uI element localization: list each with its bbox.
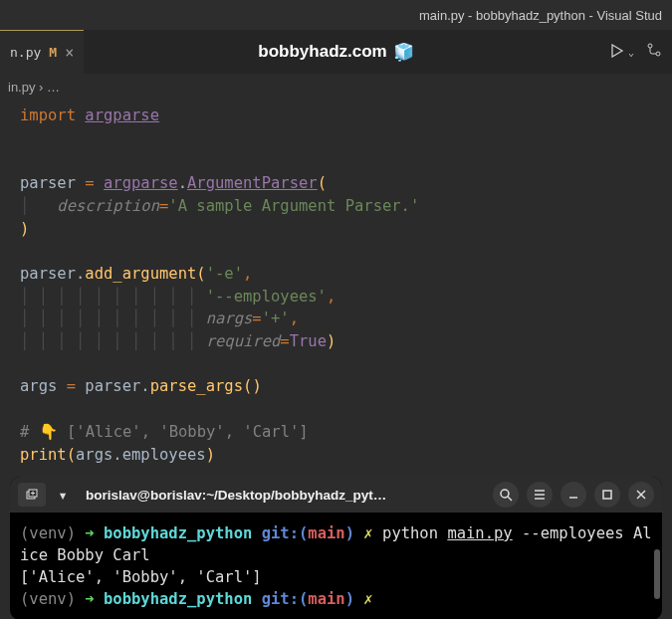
minimize-icon[interactable] xyxy=(560,482,586,508)
editor-actions: ⌄ xyxy=(610,42,662,62)
code-line: │ │ │ │ │ │ │ │ │ │ '--employees', xyxy=(20,286,652,309)
svg-point-1 xyxy=(648,44,652,48)
menu-icon[interactable] xyxy=(527,482,553,508)
terminal-body[interactable]: (venv) ➜ bobbyhadz_python git:(main) ✗ p… xyxy=(10,513,662,619)
breadcrumb-rest: … xyxy=(47,80,60,95)
close-icon[interactable]: × xyxy=(65,44,74,62)
code-line: print(args.employees) xyxy=(20,444,652,467)
breadcrumb-sep: › xyxy=(39,80,43,95)
code-line: │ │ │ │ │ │ │ │ │ │ nargs='+', xyxy=(20,308,652,330)
tab-row: n.py M × bobbyhadz.com 🧊 ⌄ xyxy=(0,30,672,74)
code-line: args = parser.parse_args() xyxy=(20,375,652,398)
window-title: main.py - bobbyhadz_python - Visual Stud xyxy=(419,8,662,23)
code-line: import argparse xyxy=(20,104,652,127)
breadcrumb[interactable]: in.py › … xyxy=(0,74,672,101)
chevron-down-icon[interactable]: ▾ xyxy=(54,483,72,507)
svg-rect-13 xyxy=(603,491,611,499)
terminal-panel: ▾ borislav@borislav:~/Desktop/bobbyhadz_… xyxy=(10,477,662,619)
svg-marker-0 xyxy=(612,45,622,57)
window-title-bar: main.py - bobbyhadz_python - Visual Stud xyxy=(0,0,672,30)
terminal-scrollbar[interactable] xyxy=(654,549,660,599)
code-line xyxy=(20,127,652,150)
code-line xyxy=(20,353,652,376)
tab-modified-indicator: M xyxy=(49,45,57,60)
maximize-icon[interactable] xyxy=(594,482,620,508)
code-line xyxy=(20,149,652,172)
svg-point-2 xyxy=(656,52,660,56)
code-line: ) xyxy=(20,218,652,241)
new-tab-button[interactable] xyxy=(18,483,46,507)
diff-icon[interactable] xyxy=(646,42,662,62)
tab-filename: n.py xyxy=(10,45,41,60)
code-line xyxy=(20,240,652,263)
code-line: # 👇 ['Alice', 'Bobby', 'Carl'] xyxy=(20,421,652,444)
terminal-header: ▾ borislav@borislav:~/Desktop/bobbyhadz_… xyxy=(10,477,662,513)
site-name: bobbyhadz.com xyxy=(258,42,386,62)
header-title: bobbyhadz.com 🧊 xyxy=(258,42,413,63)
code-line: parser.add_argument('-e', xyxy=(20,263,652,286)
svg-line-8 xyxy=(508,497,512,501)
search-icon[interactable] xyxy=(493,482,519,508)
close-icon[interactable] xyxy=(628,482,654,508)
file-tab[interactable]: n.py M × xyxy=(0,30,84,74)
code-line xyxy=(20,398,652,421)
run-chevron-icon[interactable]: ⌄ xyxy=(628,47,634,58)
breadcrumb-file: in.py xyxy=(8,80,35,95)
svg-point-7 xyxy=(501,490,509,498)
code-line: │ description='A sample Argument Parser.… xyxy=(20,195,652,218)
code-editor[interactable]: import argparse parser = argparse.Argume… xyxy=(0,101,672,469)
terminal-title: borislav@borislav:~/Desktop/bobbyhadz_py… xyxy=(80,488,485,503)
code-line: parser = argparse.ArgumentParser( xyxy=(20,172,652,195)
run-icon[interactable] xyxy=(610,43,624,62)
code-line: │ │ │ │ │ │ │ │ │ │ required=True) xyxy=(20,330,652,353)
cube-icon: 🧊 xyxy=(393,42,414,63)
